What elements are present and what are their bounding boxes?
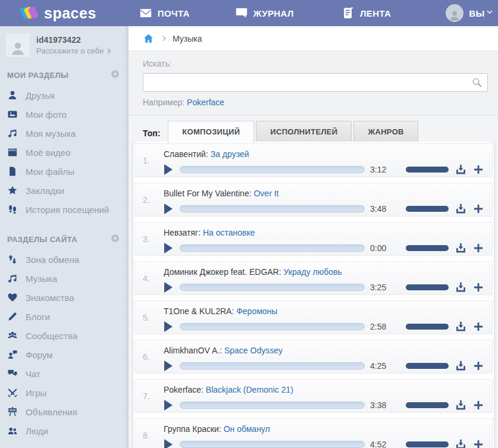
- download-button[interactable]: [455, 163, 467, 176]
- sidebar-item-exchange-zone[interactable]: Зона обмена: [0, 250, 129, 269]
- volume-slider[interactable]: [406, 284, 449, 290]
- progress-bar[interactable]: [180, 362, 365, 369]
- track-duration: 4:25: [370, 361, 394, 371]
- tracks-panel: 1. Славентий: За друзей 3:12: [129, 142, 498, 448]
- track-title-link[interactable]: Он обманул: [224, 424, 270, 434]
- gear-icon[interactable]: [110, 69, 120, 81]
- spaces-logo-text: spaces: [44, 5, 96, 22]
- sidebar-item-my-video[interactable]: Моё видео: [0, 143, 129, 162]
- sidebar-item-forum[interactable]: Форум: [0, 345, 129, 364]
- spaces-logo[interactable]: spaces: [21, 5, 96, 22]
- billboard-icon: [7, 406, 18, 417]
- download-button[interactable]: [455, 399, 467, 411]
- download-button[interactable]: [455, 359, 467, 372]
- progress-bar[interactable]: [180, 284, 365, 291]
- sidebar-item-my-photos[interactable]: Мои фото: [0, 105, 129, 124]
- play-button[interactable]: [164, 282, 173, 293]
- volume-slider[interactable]: [406, 206, 449, 212]
- download-icon: [455, 359, 467, 372]
- track-number: 1.: [143, 156, 159, 165]
- home-breadcrumb[interactable]: [143, 33, 154, 44]
- header-dropdown-toggle[interactable]: [485, 8, 494, 19]
- play-button[interactable]: [164, 164, 173, 175]
- add-track-button[interactable]: [472, 360, 484, 372]
- tab-genres[interactable]: ЖАНРОВ: [353, 121, 418, 142]
- nav-feed[interactable]: ЛЕНТА: [342, 7, 391, 20]
- sidebar-item-visit-history[interactable]: История посещений: [0, 200, 129, 219]
- add-track-button[interactable]: [472, 321, 484, 333]
- progress-bar[interactable]: [180, 441, 365, 448]
- add-track-button[interactable]: [472, 399, 484, 411]
- sidebar-item-friends[interactable]: Друзья: [0, 86, 129, 105]
- volume-slider[interactable]: [406, 402, 449, 408]
- nav-journal[interactable]: ЖУРНАЛ: [235, 7, 294, 20]
- sidebar-item-my-files[interactable]: Мои файлы: [0, 162, 129, 181]
- add-track-button[interactable]: [472, 281, 484, 293]
- sidebar-item-dating[interactable]: Знакомства: [0, 288, 129, 307]
- track-title-link[interactable]: За друзей: [211, 149, 249, 159]
- add-track-button[interactable]: [472, 164, 484, 176]
- sidebar-item-music[interactable]: Музыка: [0, 269, 129, 288]
- sidebar-item-games[interactable]: Игры: [0, 383, 129, 402]
- volume-slider[interactable]: [406, 324, 449, 330]
- play-button[interactable]: [164, 203, 173, 214]
- nav-you-label: ВЫ: [469, 8, 484, 18]
- about-me-link[interactable]: Расскажите о себе: [36, 46, 110, 55]
- sidebar-item-my-music[interactable]: Моя музыка: [0, 124, 129, 143]
- track-title-link[interactable]: Феромоны: [236, 306, 277, 316]
- add-track-button[interactable]: [472, 203, 484, 215]
- track-title-link[interactable]: Space Odyssey: [224, 346, 283, 355]
- gear-icon[interactable]: [110, 233, 120, 245]
- example-link[interactable]: Pokerface: [187, 98, 224, 107]
- track-title-link[interactable]: Украду любовь: [284, 267, 342, 277]
- progress-bar[interactable]: [180, 402, 365, 409]
- sidebar-section-my: МОИ РАЗДЕЛЫ: [0, 63, 129, 86]
- download-button[interactable]: [455, 242, 467, 254]
- breadcrumb-current: Музыка: [173, 34, 202, 43]
- download-button[interactable]: [455, 438, 467, 448]
- progress-bar[interactable]: [180, 323, 365, 330]
- plus-icon: [472, 438, 484, 448]
- track-player: 4:25: [159, 359, 484, 372]
- play-button[interactable]: [164, 321, 173, 332]
- track-title-link[interactable]: На остановке: [203, 228, 255, 237]
- sidebar-item-people[interactable]: Люди: [0, 421, 129, 440]
- journal-bubble-icon: [235, 7, 248, 20]
- volume-slider[interactable]: [406, 245, 449, 251]
- feed-icon: [342, 7, 355, 20]
- tab-compositions[interactable]: КОМПОЗИЦИЙ: [168, 121, 254, 143]
- sidebar-item-bookmarks[interactable]: Закладки: [0, 181, 129, 200]
- track-title-link[interactable]: Blackjack (Demonic 21): [206, 385, 293, 394]
- play-button[interactable]: [164, 400, 173, 411]
- play-button[interactable]: [164, 439, 173, 448]
- sidebar-item-ads[interactable]: Объявления: [0, 402, 129, 421]
- progress-bar[interactable]: [180, 205, 365, 212]
- download-button[interactable]: [455, 202, 467, 215]
- play-button[interactable]: [164, 361, 173, 371]
- sidebar-item-communities[interactable]: Сообщества: [0, 326, 129, 345]
- volume-slider[interactable]: [406, 167, 449, 173]
- sidebar-user-card[interactable]: id41973422 Расскажите о себе: [0, 26, 129, 63]
- add-track-button[interactable]: [472, 438, 484, 448]
- track-number: 4.: [143, 274, 159, 283]
- download-icon: [455, 202, 467, 215]
- progress-bar[interactable]: [180, 166, 365, 173]
- track-title-link[interactable]: Over It: [253, 189, 278, 198]
- sidebar-item-chat[interactable]: Чат: [0, 364, 129, 383]
- volume-slider[interactable]: [406, 363, 449, 369]
- download-button[interactable]: [455, 281, 467, 293]
- sidebar-item-blogs[interactable]: Блоги: [0, 307, 129, 326]
- add-track-button[interactable]: [472, 242, 484, 254]
- search-input[interactable]: [143, 73, 488, 92]
- volume-slider[interactable]: [406, 441, 449, 447]
- heart-icon: [7, 292, 18, 303]
- nav-you[interactable]: ВЫ: [446, 4, 484, 22]
- section-title: МОИ РАЗДЕЛЫ: [7, 71, 68, 80]
- search-icon[interactable]: [471, 77, 483, 88]
- play-button[interactable]: [164, 243, 173, 253]
- tab-artists[interactable]: ИСПОЛНИТЕЛЕЙ: [256, 121, 352, 142]
- download-button[interactable]: [455, 320, 467, 333]
- track-duration: 0:00: [370, 243, 394, 253]
- progress-bar[interactable]: [180, 245, 365, 252]
- nav-mail[interactable]: ПОЧТА: [139, 7, 190, 20]
